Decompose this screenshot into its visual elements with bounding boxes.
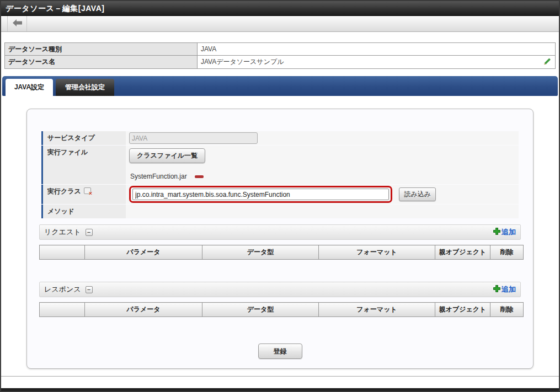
class-file-list-button[interactable]: クラスファイル一覧 bbox=[129, 148, 205, 163]
col-header-datatype: データ型 bbox=[202, 303, 319, 317]
add-label: 追加 bbox=[502, 284, 516, 294]
response-add-link[interactable]: 追加 bbox=[493, 284, 516, 294]
col-header-parameter: パラメータ bbox=[85, 245, 202, 260]
request-section-title: リクエスト bbox=[44, 227, 81, 237]
col-header-parameter: パラメータ bbox=[85, 303, 202, 317]
toolbar-spacer bbox=[1, 16, 8, 31]
collapse-toggle-icon[interactable]: − bbox=[86, 286, 93, 293]
response-section-title: レスポンス bbox=[44, 284, 81, 294]
form-row-exec-file: 実行ファイル クラスファイル一覧 SystemFunction.jar bbox=[41, 146, 519, 184]
exec-file-label: 実行ファイル bbox=[41, 146, 126, 184]
exec-class-label: 実行クラス bbox=[41, 185, 126, 204]
clear-input-icon[interactable] bbox=[84, 187, 91, 194]
attached-file-name: SystemFunction.jar bbox=[130, 173, 187, 180]
col-header-format: フォーマット bbox=[319, 245, 435, 260]
tab-label: JAVA設定 bbox=[14, 83, 44, 92]
datasource-name-label: データソース名 bbox=[5, 56, 198, 69]
datasource-type-value: JAVA bbox=[198, 43, 556, 56]
bottom-separator bbox=[1, 376, 559, 377]
register-button-area: 登録 bbox=[39, 343, 521, 359]
col-header-blank bbox=[40, 303, 85, 317]
col-header-parent-object: 親オブジェクト bbox=[435, 303, 490, 317]
response-table: パラメータ データ型 フォーマット 親オブジェクト 削除 bbox=[39, 302, 524, 317]
col-header-delete: 削除 bbox=[490, 303, 524, 317]
form-area: サービスタイプ 実行ファイル クラスファイル一覧 bbox=[41, 131, 519, 218]
exec-class-input[interactable] bbox=[132, 189, 389, 200]
attached-file-row: SystemFunction.jar bbox=[129, 173, 515, 180]
footer-bar bbox=[1, 388, 559, 391]
toolbar bbox=[1, 16, 559, 32]
request-add-link[interactable]: 追加 bbox=[493, 227, 516, 237]
collapse-toggle-icon[interactable]: − bbox=[86, 229, 93, 236]
load-button[interactable]: 読み込み bbox=[399, 187, 436, 201]
form-row-service-type: サービスタイプ bbox=[41, 131, 519, 145]
col-header-blank bbox=[40, 245, 85, 260]
remove-file-icon[interactable] bbox=[195, 175, 204, 178]
window-titlebar: データソース－編集[JAVA] bbox=[1, 1, 559, 16]
response-section-bar: レスポンス − 追加 bbox=[39, 282, 521, 297]
method-label: メソッド bbox=[41, 205, 126, 218]
app-window: データソース－編集[JAVA] データソース種別 JAVA データソース名 JA… bbox=[0, 0, 560, 392]
pencil-icon[interactable] bbox=[543, 57, 552, 67]
back-button[interactable] bbox=[8, 16, 27, 31]
form-row-exec-class: 実行クラス 読み込み bbox=[41, 185, 519, 204]
request-table: パラメータ データ型 フォーマット 親オブジェクト 削除 bbox=[39, 245, 524, 260]
request-table-header-row: パラメータ データ型 フォーマット 親オブジェクト 削除 bbox=[40, 245, 524, 260]
arrow-left-icon bbox=[13, 19, 22, 29]
plus-icon bbox=[493, 227, 500, 237]
tab-bar: JAVA設定 管理会社設定 bbox=[2, 76, 558, 96]
service-type-label: サービスタイプ bbox=[41, 131, 126, 145]
datasource-type-label: データソース種別 bbox=[5, 43, 198, 56]
datasource-name-value: JAVAデータソースサンプル bbox=[201, 57, 284, 67]
tab-java-settings[interactable]: JAVA設定 bbox=[6, 79, 53, 96]
register-button[interactable]: 登録 bbox=[258, 343, 302, 359]
response-table-header-row: パラメータ データ型 フォーマット 親オブジェクト 削除 bbox=[40, 303, 524, 317]
tab-label: 管理会社設定 bbox=[65, 83, 105, 92]
form-row-method: メソッド bbox=[41, 205, 519, 218]
table-row: データソース名 JAVAデータソースサンプル bbox=[5, 56, 556, 69]
table-row: データソース種別 JAVA bbox=[5, 43, 556, 56]
highlight-annotation bbox=[129, 186, 392, 203]
col-header-datatype: データ型 bbox=[202, 245, 319, 260]
plus-icon bbox=[493, 284, 500, 294]
request-section-bar: リクエスト − 追加 bbox=[39, 224, 521, 240]
col-header-format: フォーマット bbox=[319, 303, 435, 317]
add-label: 追加 bbox=[502, 227, 516, 237]
col-header-delete: 削除 bbox=[490, 245, 524, 260]
col-header-parent-object: 親オブジェクト bbox=[435, 245, 490, 260]
datasource-info-table: データソース種別 JAVA データソース名 JAVAデータソースサンプル bbox=[4, 42, 556, 69]
tab-company-settings[interactable]: 管理会社設定 bbox=[56, 79, 114, 96]
page-title: データソース－編集[JAVA] bbox=[6, 4, 104, 13]
service-type-input bbox=[129, 132, 258, 144]
java-settings-panel: サービスタイプ 実行ファイル クラスファイル一覧 bbox=[26, 109, 534, 369]
tab-content: サービスタイプ 実行ファイル クラスファイル一覧 bbox=[1, 109, 559, 369]
